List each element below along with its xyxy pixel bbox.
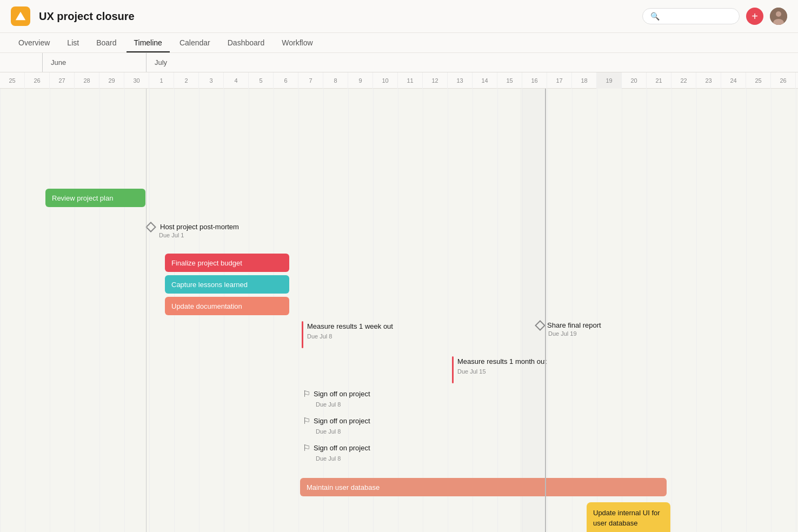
measure-1week-line bbox=[302, 321, 303, 348]
day-cell-28-3: 28 bbox=[75, 72, 99, 89]
task-maintain-user-db[interactable]: Maintain user database bbox=[300, 478, 667, 496]
day-cell-11-16: 11 bbox=[398, 72, 423, 89]
grid-line-5 bbox=[124, 89, 125, 532]
task-signoff-1-due: Due Jul 8 bbox=[316, 401, 341, 408]
task-signoff-3-label: Sign off on project bbox=[314, 444, 370, 452]
task-measure-1week[interactable]: Measure results 1 week out Due Jul 8 bbox=[302, 321, 393, 341]
task-share-final-report-label: Share final report bbox=[547, 321, 601, 329]
day-cell-13-18: 13 bbox=[448, 72, 473, 89]
grid-line-29 bbox=[721, 89, 722, 532]
task-measure-1week-label: Measure results 1 week out bbox=[307, 322, 393, 330]
grid-line-1 bbox=[25, 89, 25, 532]
day-cell-6-11: 6 bbox=[274, 72, 298, 89]
june-label: June bbox=[46, 53, 66, 72]
signoff-2-icon: ⚐ bbox=[303, 416, 310, 426]
day-cell-30-5: 30 bbox=[124, 72, 149, 89]
grid-line-28 bbox=[696, 89, 697, 532]
grid-line-14 bbox=[348, 89, 349, 532]
grid-line-2 bbox=[50, 89, 50, 532]
task-signoff-1-label: Sign off on project bbox=[314, 390, 370, 398]
day-cell-15-20: 15 bbox=[497, 72, 522, 89]
search-box[interactable]: 🔍 bbox=[642, 8, 740, 24]
grid-line-13 bbox=[323, 89, 324, 532]
day-cell-19-24: 19 bbox=[597, 72, 622, 89]
task-host-post-mortem-due: Due Jul 1 bbox=[159, 232, 184, 238]
july-label: July bbox=[150, 53, 167, 72]
grid-line-18 bbox=[448, 89, 448, 532]
day-cell-26-1: 26 bbox=[25, 72, 50, 89]
day-cell-22-27: 22 bbox=[671, 72, 696, 89]
signoff-3-icon: ⚐ bbox=[303, 443, 310, 453]
day-cell-8-13: 8 bbox=[323, 72, 348, 89]
day-cell-5-10: 5 bbox=[249, 72, 274, 89]
nav-workflow[interactable]: Workflow bbox=[274, 33, 320, 52]
nav-calendar[interactable]: Calendar bbox=[172, 33, 218, 52]
day-cell-9-14: 9 bbox=[348, 72, 373, 89]
task-measure-1month[interactable]: Measure results 1 month out Due Jul 15 bbox=[452, 356, 547, 376]
task-update-internal-ui-label: Update internal UI for user database bbox=[593, 509, 660, 527]
day-cell-14-19: 14 bbox=[473, 72, 497, 89]
today-line bbox=[545, 89, 546, 532]
day-header: 2526272829301234567891011121314151617181… bbox=[0, 72, 798, 89]
month-body-divider bbox=[146, 89, 147, 532]
add-button[interactable]: + bbox=[746, 8, 763, 25]
measure-1month-line bbox=[452, 356, 454, 383]
task-share-final-report-due: Due Jul 19 bbox=[548, 330, 601, 337]
july-divider bbox=[146, 53, 147, 72]
grid-line-27 bbox=[671, 89, 672, 532]
timeline-container: June July 252627282930123456789101112131… bbox=[0, 53, 798, 532]
task-update-docs[interactable]: Update documentation bbox=[165, 297, 289, 315]
svg-point-2 bbox=[776, 11, 781, 17]
nav-timeline[interactable]: Timeline bbox=[127, 33, 170, 52]
avatar-image bbox=[770, 8, 787, 25]
nav-list[interactable]: List bbox=[59, 33, 87, 52]
grid-line-23 bbox=[572, 89, 573, 532]
day-cell-27-32: 27 bbox=[796, 72, 798, 89]
task-signoff-2-label: Sign off on project bbox=[314, 417, 370, 425]
june-divider bbox=[42, 53, 43, 72]
grid-line-15 bbox=[373, 89, 374, 532]
day-cell-3-8: 3 bbox=[199, 72, 224, 89]
task-signoff-1[interactable]: ⚐ Sign off on project Due Jul 8 bbox=[303, 389, 370, 409]
nav-overview[interactable]: Overview bbox=[11, 33, 57, 52]
day-cell-20-25: 20 bbox=[622, 72, 647, 89]
share-report-diamond bbox=[535, 320, 546, 331]
month-header: June July bbox=[0, 53, 798, 72]
today-column bbox=[520, 89, 545, 532]
day-cell-4-9: 4 bbox=[224, 72, 249, 89]
day-cell-16-21: 16 bbox=[522, 72, 547, 89]
milestone-diamond bbox=[145, 222, 156, 232]
navigation: Overview List Board Timeline Calendar Da… bbox=[0, 33, 798, 53]
task-signoff-2[interactable]: ⚐ Sign off on project Due Jul 8 bbox=[303, 416, 370, 436]
task-measure-1week-due: Due Jul 8 bbox=[307, 333, 332, 340]
grid-line-17 bbox=[423, 89, 423, 532]
day-cell-7-12: 7 bbox=[298, 72, 323, 89]
grid-line-26 bbox=[647, 89, 647, 532]
task-update-internal-ui[interactable]: Update internal UI for user database bbox=[587, 502, 670, 532]
task-capture-lessons[interactable]: Capture lessons learned bbox=[165, 275, 289, 294]
user-avatar[interactable] bbox=[770, 8, 787, 25]
grid-line-0 bbox=[0, 89, 1, 532]
grid-line-32 bbox=[796, 89, 796, 532]
task-signoff-3-due: Due Jul 8 bbox=[316, 455, 341, 462]
grid-line-25 bbox=[622, 89, 622, 532]
day-cell-17-22: 17 bbox=[547, 72, 572, 89]
grid-line-6 bbox=[149, 89, 150, 532]
nav-dashboard[interactable]: Dashboard bbox=[220, 33, 272, 52]
task-finalize-budget[interactable]: Finalize project budget bbox=[165, 254, 289, 272]
task-review-project-plan[interactable]: Review project plan bbox=[45, 189, 145, 207]
task-measure-1month-due: Due Jul 15 bbox=[457, 368, 486, 375]
day-cell-27-2: 27 bbox=[50, 72, 75, 89]
grid-line-4 bbox=[99, 89, 100, 532]
app-icon bbox=[11, 6, 30, 26]
day-cell-2-7: 2 bbox=[174, 72, 199, 89]
task-host-post-mortem[interactable]: Host project post-mortem Due Jul 1 bbox=[147, 223, 239, 238]
day-cell-24-29: 24 bbox=[721, 72, 746, 89]
day-cell-21-26: 21 bbox=[647, 72, 671, 89]
svg-marker-0 bbox=[16, 12, 25, 21]
day-cell-25-30: 25 bbox=[746, 72, 771, 89]
nav-board[interactable]: Board bbox=[89, 33, 124, 52]
grid-line-20 bbox=[497, 89, 498, 532]
task-signoff-3[interactable]: ⚐ Sign off on project Due Jul 8 bbox=[303, 443, 370, 463]
project-title: UX project closure bbox=[39, 10, 634, 23]
